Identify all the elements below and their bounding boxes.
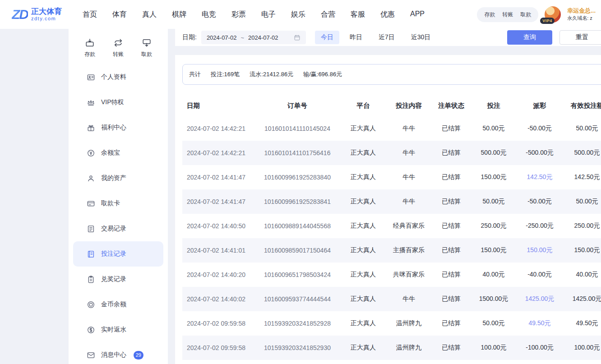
- sidebar-item-yuebao[interactable]: 余额宝: [69, 140, 168, 166]
- cell-status: 已结算: [431, 271, 471, 279]
- redeem-icon: [87, 275, 95, 284]
- cell-date: 2024-07-02 14:40:20: [182, 271, 254, 278]
- sidebar-item-messages[interactable]: 消息中心 29: [69, 342, 168, 364]
- nav-item-entertainment[interactable]: 娱乐: [291, 10, 305, 19]
- cell-bet: 500.00元: [471, 149, 516, 157]
- cell-payout: -50.00元: [516, 124, 563, 133]
- date-separator: ~: [240, 34, 244, 41]
- cell-valid: 1425.00元: [563, 295, 601, 303]
- nav-item-customer-service[interactable]: 客服: [351, 10, 365, 19]
- cell-valid: 250.00元: [563, 222, 601, 230]
- header-withdraw-link[interactable]: 取款: [520, 11, 531, 18]
- table-header: 日期 订单号 平台 投注内容 注单状态 投注 派彩 有效投注额: [182, 95, 601, 116]
- withdraw-icon: [142, 38, 152, 48]
- date-label: 日期:: [182, 33, 197, 41]
- cell-content: 牛牛: [386, 198, 431, 206]
- search-button[interactable]: 查询: [507, 30, 552, 45]
- reset-button[interactable]: 重置: [559, 30, 601, 45]
- username: 幸运金总...: [567, 7, 596, 15]
- nav-item-promotions[interactable]: 优惠: [380, 10, 395, 19]
- cell-payout: 150.00元: [516, 246, 563, 254]
- sidebar-item-welfare[interactable]: 福利中心: [69, 115, 168, 140]
- quick-filter-yesterday[interactable]: 昨日: [344, 31, 368, 44]
- brand-domain: zdty.com: [31, 16, 62, 22]
- cell-order: 1016009961925283840: [254, 174, 340, 181]
- user-area: 存款 转账 取款 VIP4 幸运金总... 永久域名: z: [477, 6, 596, 23]
- date-range-picker[interactable]: 2024-07-02 ~ 2024-07-02: [201, 31, 306, 44]
- sidebar-item-bet-records[interactable]: 投注记录: [73, 241, 163, 267]
- quick-action-deposit[interactable]: 存款: [79, 38, 100, 58]
- header-deposit-link[interactable]: 存款: [484, 11, 495, 18]
- cell-content: 共咪百家乐: [386, 271, 431, 279]
- sidebar-item-label: 取款卡: [101, 199, 120, 207]
- yuan-circle-icon: [87, 149, 95, 157]
- sidebar-quick-actions: 存款 转账 取款: [69, 29, 168, 61]
- table-row: 2024-07-02 14:41:47 1016009961925283840 …: [182, 165, 601, 189]
- cell-status: 已结算: [431, 344, 471, 352]
- rebate-icon: [87, 326, 95, 334]
- cell-platform: 正大真人: [340, 198, 386, 206]
- cell-valid: 100.00元: [563, 344, 601, 352]
- cell-bet: 250.00元: [471, 222, 516, 230]
- sidebar-item-vip[interactable]: VIP特权: [69, 90, 168, 115]
- quick-action-withdraw[interactable]: 取款: [136, 38, 157, 58]
- main-nav: 首页 体育 真人 棋牌 电竞 彩票 电子 娱乐 合营 客服 优惠 APP: [83, 10, 425, 19]
- cell-bet: 150.00元: [471, 246, 516, 254]
- table-row: 2024-07-02 14:40:50 1016009889144045568 …: [182, 214, 601, 238]
- quick-filter-today[interactable]: 今日: [315, 31, 339, 44]
- cell-bet: 50.00元: [471, 319, 516, 327]
- cell-date: 2024-07-02 14:41:47: [182, 198, 254, 205]
- table-row: 2024-07-02 14:40:20 1016009651798503424 …: [182, 263, 601, 287]
- records-card: 共计 投注:169笔 流水:21412.86元 输/赢:696.86元 日期 订…: [175, 55, 601, 364]
- cell-valid: 40.00元: [563, 271, 601, 279]
- nav-item-slots[interactable]: 电子: [261, 10, 276, 19]
- header-transfer-link[interactable]: 转账: [502, 11, 513, 18]
- sidebar-item-rebate[interactable]: 实时返水: [69, 317, 168, 342]
- sidebar-item-profile[interactable]: 个人资料: [69, 65, 168, 90]
- sidebar-item-transactions[interactable]: 交易记录: [69, 216, 168, 241]
- nav-item-sports[interactable]: 体育: [112, 10, 127, 19]
- sidebar-item-label: 兑奖记录: [101, 275, 126, 283]
- sidebar-item-label: 金币余额: [101, 300, 126, 309]
- cell-date: 2024-07-02 14:42:21: [182, 149, 254, 157]
- nav-item-esports[interactable]: 电竞: [202, 10, 216, 19]
- quick-action-label: 取款: [141, 51, 152, 58]
- nav-item-live-casino[interactable]: 真人: [142, 10, 157, 19]
- cell-content: 经典百家乐: [386, 222, 431, 230]
- cell-status: 已结算: [431, 295, 471, 303]
- sidebar-menu: 个人资料 VIP特权 福利中心 余额宝: [69, 65, 168, 364]
- brand-logo[interactable]: ZD 正大体育 zdty.com: [12, 7, 62, 22]
- vip-badge: VIP4: [540, 18, 555, 24]
- cell-platform: 正大真人: [340, 271, 386, 279]
- quick-action-transfer[interactable]: 转账: [108, 38, 129, 58]
- cell-valid: 150.00元: [563, 246, 601, 254]
- nav-item-lottery[interactable]: 彩票: [231, 10, 246, 19]
- nav-item-home[interactable]: 首页: [83, 10, 97, 19]
- summary-winloss: 输/赢:696.86元: [303, 70, 342, 78]
- cell-platform: 正大真人: [340, 295, 386, 303]
- nav-item-chess[interactable]: 棋牌: [172, 10, 186, 19]
- nav-item-partnership[interactable]: 合营: [321, 10, 335, 19]
- sidebar-item-coin-balance[interactable]: 金币余额: [69, 292, 168, 317]
- cell-date: 2024-07-02 09:59:58: [182, 344, 254, 351]
- cell-valid: 142.50元: [563, 173, 601, 181]
- profile-card-icon: [87, 73, 95, 82]
- quick-filter-7days[interactable]: 近7日: [373, 31, 401, 44]
- nav-item-app[interactable]: APP: [410, 10, 425, 19]
- sidebar-item-label: 交易记录: [101, 225, 126, 233]
- quick-filter-30days[interactable]: 近30日: [405, 31, 437, 44]
- sidebar-item-label: 投注记录: [101, 250, 126, 258]
- sidebar-item-withdraw-card[interactable]: 取款卡: [69, 191, 168, 216]
- quick-action-label: 转账: [113, 51, 124, 58]
- table-row: 2024-07-02 14:41:47 1016009961925283841 …: [182, 189, 601, 214]
- sidebar-item-assets[interactable]: 我的资产: [69, 166, 168, 191]
- header-platform: 平台: [340, 101, 386, 110]
- permanent-domain-note: 永久域名: z: [567, 15, 596, 22]
- calendar-icon: [294, 34, 300, 41]
- sidebar-item-redeem-records[interactable]: 兑奖记录: [69, 267, 168, 292]
- summary-prefix: 共计: [189, 70, 201, 78]
- top-header: ZD 正大体育 zdty.com 首页 体育 真人 棋牌 电竞 彩票 电子 娱乐…: [0, 0, 601, 29]
- cell-content: 温州牌九: [386, 344, 431, 352]
- cell-payout: -100.00元: [516, 344, 563, 352]
- cell-payout: 1425.00元: [516, 295, 563, 303]
